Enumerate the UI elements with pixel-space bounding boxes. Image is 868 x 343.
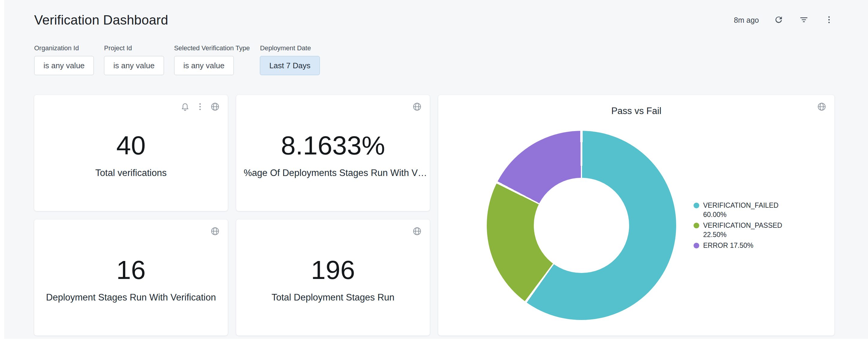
tile-total-verifications: 40 Total verifications <box>34 95 228 211</box>
legend-text: ERROR 17.50% <box>703 241 753 250</box>
refresh-icon <box>774 15 783 26</box>
globe-icon <box>817 102 827 112</box>
legend-dot <box>693 243 699 248</box>
dashboard-page: Verification Dashboard 8m ago <box>4 0 868 339</box>
explore-button[interactable] <box>412 102 422 112</box>
last-refreshed-label: 8m ago <box>734 16 759 25</box>
dashboard-grid: 40 Total verifications 8.1633% %age Of D… <box>34 95 868 336</box>
filter-value-project-id[interactable]: is any value <box>104 56 164 75</box>
tile-label: Deployment Stages Run With Verification <box>42 292 220 303</box>
filter-deployment-date: Deployment Date Last 7 Days <box>260 44 319 75</box>
tile-label: %age Of Deployments Stages Run With V… <box>240 168 426 178</box>
globe-icon <box>412 226 422 237</box>
tile-value: 16 <box>116 256 146 284</box>
tile-actions <box>412 227 422 237</box>
filter-value-organization-id[interactable]: is any value <box>34 56 94 75</box>
explore-button[interactable] <box>816 102 827 112</box>
tile-menu-button[interactable] <box>195 102 205 112</box>
explore-button[interactable] <box>210 102 220 112</box>
tile-value: 196 <box>311 256 355 284</box>
tile-actions <box>412 102 422 112</box>
filter-button[interactable] <box>799 15 809 26</box>
legend-item-error[interactable]: ERROR 17.50% <box>693 241 793 250</box>
tile-label: Total verifications <box>92 168 170 178</box>
filter-label: Selected Verification Type <box>174 44 250 52</box>
filter-bar: Organization Id is any value Project Id … <box>4 28 868 75</box>
tile-label: Total Deployment Stages Run <box>268 292 398 303</box>
chart-title: Pass vs Fail <box>438 106 834 116</box>
filter-label: Deployment Date <box>260 44 319 52</box>
legend-dot <box>693 223 699 228</box>
filter-project-id: Project Id is any value <box>104 44 164 75</box>
tile-actions <box>180 102 220 112</box>
legend-dot <box>693 203 699 208</box>
filter-label: Project Id <box>104 44 164 52</box>
filter-verification-type: Selected Verification Type is any value <box>174 44 250 75</box>
kebab-menu-icon <box>824 15 834 26</box>
legend-item-verification-failed[interactable]: VERIFICATION_FAILED 60.00% <box>693 201 793 219</box>
tile-actions <box>816 102 827 112</box>
alerts-button[interactable] <box>180 102 190 112</box>
header-actions: 8m ago <box>734 15 834 26</box>
tile-total-stages-run: 196 Total Deployment Stages Run <box>236 219 430 336</box>
kebab-menu-icon <box>195 102 205 112</box>
filter-label: Organization Id <box>34 44 94 52</box>
dashboard-header: Verification Dashboard 8m ago <box>4 0 868 28</box>
legend-item-verification-passed[interactable]: VERIFICATION_PASSED 22.50% <box>693 221 793 239</box>
filter-value-deployment-date[interactable]: Last 7 Days <box>260 56 319 75</box>
tile-actions <box>210 227 220 237</box>
explore-button[interactable] <box>412 227 422 237</box>
legend-text: VERIFICATION_PASSED 22.50% <box>703 221 793 239</box>
dashboard-menu-button[interactable] <box>824 15 834 26</box>
bell-icon <box>180 102 190 112</box>
pass-vs-fail-chart-card: Pass vs Fail VERIFICATION_FAILED 60.00% … <box>438 95 834 336</box>
tile-value: 40 <box>116 132 146 159</box>
tile-value: 8.1633% <box>281 132 385 159</box>
filter-organization-id: Organization Id is any value <box>34 44 94 75</box>
filter-icon <box>799 15 809 26</box>
explore-button[interactable] <box>210 227 220 237</box>
tile-pct-deployment-stages: 8.1633% %age Of Deployments Stages Run W… <box>236 95 430 211</box>
legend-text: VERIFICATION_FAILED 60.00% <box>703 201 793 219</box>
donut-chart[interactable] <box>487 131 676 320</box>
filter-value-verification-type[interactable]: is any value <box>174 56 234 75</box>
chart-body: VERIFICATION_FAILED 60.00% VERIFICATION_… <box>438 131 834 320</box>
globe-icon <box>210 226 220 237</box>
chart-legend: VERIFICATION_FAILED 60.00% VERIFICATION_… <box>693 201 793 250</box>
globe-icon <box>210 102 220 112</box>
globe-icon <box>412 102 422 112</box>
refresh-button[interactable] <box>773 15 784 26</box>
page-title: Verification Dashboard <box>34 12 168 28</box>
tile-stages-with-verification: 16 Deployment Stages Run With Verificati… <box>34 219 228 336</box>
